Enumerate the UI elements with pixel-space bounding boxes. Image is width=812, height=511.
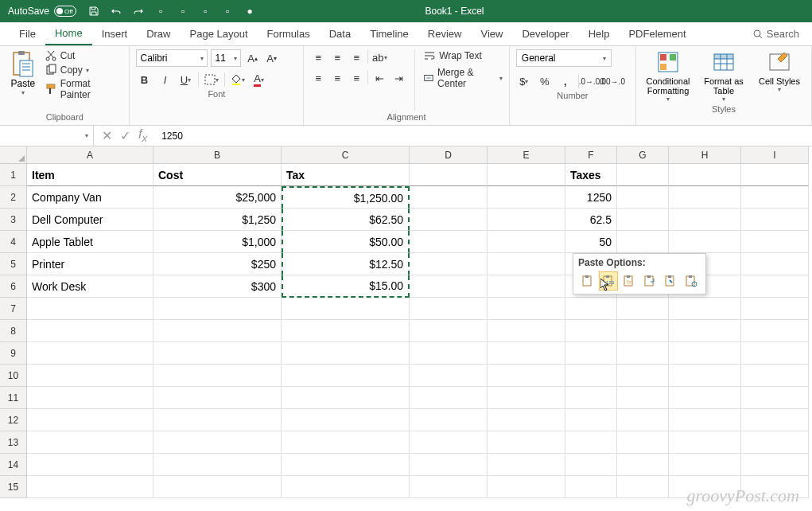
tab-view[interactable]: View: [471, 23, 512, 45]
cell-C5[interactable]: $12.50: [282, 253, 410, 275]
accounting-format-button[interactable]: $▾: [516, 73, 532, 89]
cell-styles-button[interactable]: Cell Styles▾: [754, 49, 805, 103]
cell-A15[interactable]: [27, 476, 153, 498]
cell-I1[interactable]: [741, 164, 809, 186]
cell-I5[interactable]: [741, 253, 809, 275]
cell-I8[interactable]: [741, 320, 809, 342]
paste-button[interactable]: Paste ▾: [6, 49, 40, 111]
cell-E13[interactable]: [488, 431, 565, 454]
cell-D9[interactable]: [410, 342, 488, 365]
copy-button[interactable]: Copy ▾: [45, 64, 123, 76]
cell-D10[interactable]: [410, 365, 488, 387]
cell-H3[interactable]: [669, 209, 741, 231]
cell-H7[interactable]: [669, 298, 741, 320]
tab-timeline[interactable]: Timeline: [360, 23, 418, 45]
cell-D3[interactable]: [410, 209, 488, 231]
cell-B13[interactable]: [153, 431, 282, 454]
cell-I4[interactable]: [741, 231, 809, 253]
format-as-table-button[interactable]: Format as Table▾: [698, 49, 749, 103]
paste-option-link[interactable]: [682, 271, 701, 291]
autosave-toggle[interactable]: AutoSave Off: [8, 6, 76, 17]
row-header-7[interactable]: 7: [0, 298, 27, 320]
cell-C1[interactable]: Tax: [282, 164, 410, 186]
bold-button[interactable]: B: [136, 72, 152, 88]
italic-button[interactable]: I: [157, 72, 173, 88]
cell-A10[interactable]: [27, 365, 153, 387]
cell-B2[interactable]: $25,000: [153, 186, 282, 209]
tab-formulas[interactable]: Formulas: [258, 23, 320, 45]
cell-D15[interactable]: [410, 476, 488, 498]
cell-F10[interactable]: [565, 365, 617, 387]
cell-I9[interactable]: [741, 342, 809, 365]
cell-H1[interactable]: [669, 164, 741, 186]
qat-icon[interactable]: ▫: [177, 5, 189, 18]
cell-E9[interactable]: [488, 342, 565, 365]
cell-E2[interactable]: [488, 186, 565, 209]
row-header-10[interactable]: 10: [0, 365, 27, 387]
cell-A3[interactable]: Dell Computer: [27, 209, 153, 231]
cell-B14[interactable]: [153, 454, 282, 476]
qat-icon[interactable]: ▫: [154, 5, 167, 18]
column-header-E[interactable]: E: [488, 146, 565, 164]
cell-A14[interactable]: [27, 454, 153, 476]
cell-G11[interactable]: [617, 387, 669, 409]
cell-I2[interactable]: [741, 186, 809, 209]
cell-F1[interactable]: Taxes: [565, 164, 617, 186]
cell-I11[interactable]: [741, 387, 809, 409]
cell-H10[interactable]: [669, 365, 741, 387]
underline-button[interactable]: U▾: [177, 72, 193, 88]
cell-B9[interactable]: [153, 342, 282, 365]
cell-I10[interactable]: [741, 365, 809, 387]
cell-F15[interactable]: [565, 476, 617, 498]
cell-H14[interactable]: [669, 454, 741, 476]
paste-option-transpose[interactable]: [640, 271, 659, 291]
tab-help[interactable]: Help: [579, 23, 620, 45]
cell-F2[interactable]: 1250: [565, 186, 617, 209]
cell-G13[interactable]: [617, 431, 669, 454]
cell-C10[interactable]: [282, 365, 410, 387]
cell-C4[interactable]: $50.00: [282, 231, 410, 253]
cell-B1[interactable]: Cost: [153, 164, 282, 186]
cell-F4[interactable]: 50: [565, 231, 617, 253]
cell-G2[interactable]: [617, 186, 669, 209]
decrease-font-icon[interactable]: A▾: [263, 50, 279, 66]
comma-format-button[interactable]: ,: [558, 73, 573, 89]
formula-input[interactable]: 1250: [155, 131, 812, 142]
cell-C6[interactable]: $15.00: [282, 275, 410, 298]
cell-G14[interactable]: [617, 454, 669, 476]
cell-A6[interactable]: Work Desk: [27, 275, 153, 298]
cell-I14[interactable]: [741, 454, 809, 476]
cell-D8[interactable]: [410, 320, 488, 342]
cancel-icon[interactable]: ✕: [102, 128, 112, 143]
cell-F12[interactable]: [565, 409, 617, 431]
cell-F7[interactable]: [565, 298, 617, 320]
cell-F9[interactable]: [565, 342, 617, 365]
cell-F14[interactable]: [565, 454, 617, 476]
cell-G7[interactable]: [617, 298, 669, 320]
cell-C15[interactable]: [282, 476, 410, 498]
cell-B10[interactable]: [153, 365, 282, 387]
align-top-icon[interactable]: ≡: [310, 49, 326, 65]
cell-E8[interactable]: [488, 320, 565, 342]
row-header-3[interactable]: 3: [0, 209, 27, 231]
paste-option-formulas[interactable]: fx: [620, 271, 639, 291]
cell-E5[interactable]: [488, 253, 565, 275]
column-header-H[interactable]: H: [669, 146, 741, 164]
cell-I6[interactable]: [741, 275, 809, 298]
align-right-icon[interactable]: ≡: [348, 70, 364, 86]
merge-center-button[interactable]: Merge & Center ▾: [423, 67, 503, 89]
tab-review[interactable]: Review: [418, 23, 472, 45]
qat-icon[interactable]: ▫: [199, 5, 212, 18]
cell-G8[interactable]: [617, 320, 669, 342]
format-painter-button[interactable]: Format Painter: [45, 78, 123, 100]
align-center-icon[interactable]: ≡: [329, 70, 345, 86]
cell-D2[interactable]: [410, 186, 488, 209]
cell-H9[interactable]: [669, 342, 741, 365]
cell-E6[interactable]: [488, 275, 565, 298]
cell-A4[interactable]: Apple Tablet: [27, 231, 153, 253]
paste-option-paste[interactable]: [578, 271, 597, 291]
number-format-combo[interactable]: General▾: [516, 49, 612, 67]
cell-A11[interactable]: [27, 387, 153, 409]
cell-G9[interactable]: [617, 342, 669, 365]
cell-A9[interactable]: [27, 342, 153, 365]
